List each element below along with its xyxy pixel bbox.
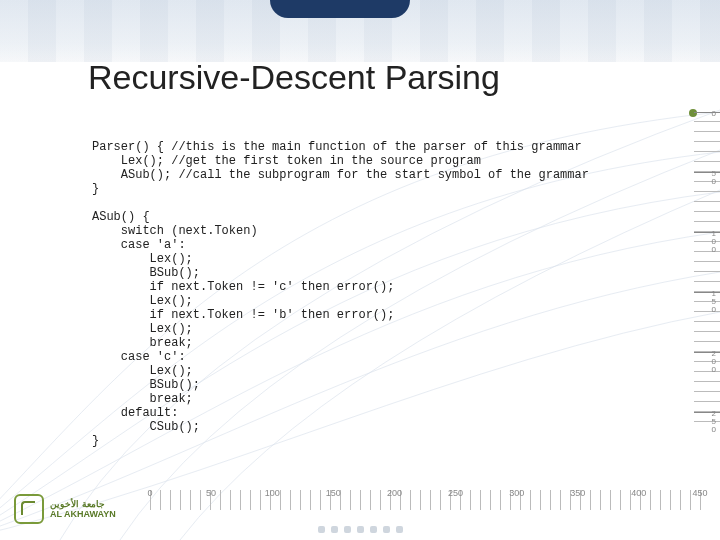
ruler-h-label: 0 — [147, 488, 152, 498]
logo-text-en: AL AKHAWAYN — [50, 509, 116, 519]
ruler-h-label: 50 — [206, 488, 216, 498]
ruler-v-label: 150 — [694, 290, 716, 314]
ruler-v-label: 250 — [694, 410, 716, 434]
logo-text-ar: جامعة الأخوين — [50, 499, 116, 509]
ruler-v-label: 100 — [694, 230, 716, 254]
ruler-v-label: 50 — [694, 170, 716, 186]
ruler-vertical: 050100150200250 — [694, 112, 720, 422]
ruler-h-label: 150 — [326, 488, 341, 498]
slide-title: Recursive-Descent Parsing — [88, 58, 500, 97]
ruler-v-label: 0 — [694, 110, 716, 118]
logo-mark — [14, 494, 44, 524]
ruler-h-label: 250 — [448, 488, 463, 498]
ruler-h-label: 450 — [692, 488, 707, 498]
ruler-h-label: 350 — [570, 488, 585, 498]
code-block: Parser() { //this is the main function o… — [92, 140, 692, 448]
ruler-horizontal: 050100150200250300350400450 — [150, 490, 710, 510]
university-logo: جامعة الأخوين AL AKHAWAYN — [14, 492, 134, 526]
ruler-h-label: 300 — [509, 488, 524, 498]
slide-nav-dots — [0, 526, 720, 538]
ruler-h-label: 200 — [387, 488, 402, 498]
ruler-v-label: 200 — [694, 350, 716, 374]
top-tab-shape — [270, 0, 410, 18]
ruler-h-label: 100 — [265, 488, 280, 498]
ruler-h-label: 400 — [631, 488, 646, 498]
